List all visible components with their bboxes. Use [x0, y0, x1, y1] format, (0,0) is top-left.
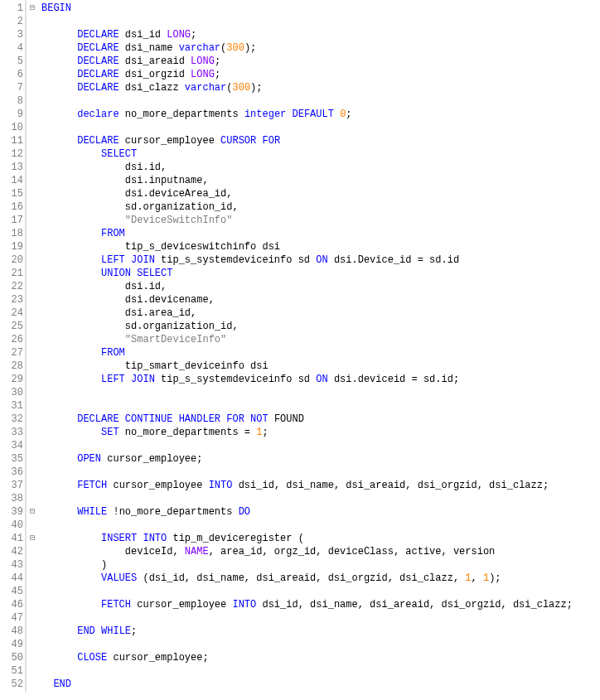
token-kw: VALUES	[101, 572, 137, 584]
token-kw: JOIN	[131, 254, 155, 266]
code-line: )	[41, 558, 573, 572]
line-number: 26	[5, 333, 23, 346]
fold-marker	[27, 214, 38, 227]
token-kw: declare	[77, 109, 119, 120]
line-number: 29	[5, 373, 23, 386]
token-id: dsi.Device_id = sd.id	[328, 254, 459, 266]
token-kw: DECLARE	[77, 29, 119, 41]
fold-marker	[27, 174, 38, 187]
token-id: cursor_employee;	[107, 652, 208, 664]
token-kw: LEFT	[101, 374, 125, 385]
fold-marker	[27, 373, 38, 386]
token-kw: DECLARE	[77, 135, 119, 147]
token-kw: SELECT	[137, 268, 172, 279]
fold-marker	[27, 320, 38, 333]
token-kw: DECLARE	[77, 82, 119, 94]
fold-marker	[27, 360, 38, 373]
token-kw: INTO	[232, 599, 256, 611]
token-id: cursor_employee;	[101, 453, 202, 465]
token-id: tip_smart_deviceinfo dsi	[125, 360, 269, 372]
line-number: 43	[5, 558, 23, 572]
code-line	[41, 519, 573, 532]
token-id: dsi.area_id,	[125, 307, 196, 319]
fold-marker	[27, 147, 38, 161]
line-number: 6	[5, 68, 23, 81]
token-kw: INTO	[143, 533, 167, 544]
token-id: dsi.deviceArea_id,	[125, 188, 233, 200]
line-number: 19	[5, 240, 23, 253]
fold-marker	[27, 227, 38, 240]
line-number: 39	[5, 505, 23, 519]
line-number-gutter: 1234567891011121314151617181920212223242…	[0, 0, 26, 693]
line-number: 48	[5, 625, 23, 638]
token-num: 1	[465, 572, 471, 584]
line-number: 20	[5, 253, 23, 267]
fold-marker	[27, 572, 38, 585]
fold-marker	[27, 399, 38, 413]
token-id: dsi_id, dsi_name, dsi_areaid, dsi_orgzid…	[256, 599, 573, 611]
token-kw: DECLARE	[77, 69, 119, 80]
line-number: 47	[5, 611, 23, 625]
line-number: 27	[5, 346, 23, 360]
token-id: no_more_departments =	[119, 427, 257, 438]
token-ty: LONG	[191, 56, 215, 67]
token-id: dsi_id, dsi_name, dsi_areaid, dsi_orgzid…	[232, 480, 549, 491]
token-id	[125, 374, 131, 385]
token-kw: CLOSE	[77, 652, 107, 664]
token-id: dsi.deviceid = sd.id;	[328, 374, 459, 385]
fold-marker	[27, 426, 38, 439]
token-kw: FOR	[226, 413, 244, 425]
code-line: UNION SELECT	[41, 267, 573, 280]
fold-marker[interactable]: ⊟	[27, 505, 38, 519]
fold-marker	[27, 187, 38, 200]
code-line	[41, 386, 573, 399]
line-number: 5	[5, 55, 23, 68]
token-kw: SET	[101, 427, 119, 438]
line-number: 41	[5, 532, 23, 545]
token-id: dsi_orgzid	[119, 69, 191, 80]
token-str: "DeviceSwitchInfo"	[125, 215, 233, 226]
fold-marker	[27, 439, 38, 452]
line-number: 1	[5, 2, 23, 15]
fold-marker	[27, 200, 38, 214]
line-number: 2	[5, 15, 23, 28]
token-kw: FETCH	[77, 480, 107, 491]
line-number: 33	[5, 426, 23, 439]
fold-marker	[27, 253, 38, 267]
token-id	[125, 254, 131, 266]
fold-marker	[27, 94, 38, 108]
fold-marker	[27, 333, 38, 346]
fold-marker[interactable]: ⊟	[27, 2, 38, 15]
token-id: sd.organization_id,	[125, 321, 239, 332]
fold-marker	[27, 28, 38, 41]
fold-marker	[27, 15, 38, 28]
token-id: tip_m_deviceregister (	[167, 533, 304, 544]
code-line: END	[41, 678, 573, 691]
token-id	[286, 109, 292, 120]
fold-marker	[27, 81, 38, 94]
fold-marker	[27, 161, 38, 174]
line-number: 52	[5, 678, 23, 691]
code-line: DECLARE dsi_clazz varchar(300);	[41, 81, 573, 94]
token-kw: DECLARE	[77, 56, 119, 67]
token-kw: ON	[316, 374, 327, 385]
token-id: tip_s_systemdeviceinfo sd	[155, 374, 316, 385]
fold-marker	[27, 492, 38, 505]
token-punc: ;	[262, 427, 268, 438]
token-kw: UNION	[101, 268, 131, 279]
token-punc: ;	[250, 42, 256, 54]
token-punc: ;	[215, 56, 220, 67]
token-ty: NAME	[185, 546, 209, 558]
fold-marker	[27, 611, 38, 625]
code-line	[41, 611, 573, 625]
line-number: 8	[5, 94, 23, 108]
line-number: 42	[5, 545, 23, 558]
code-line: LEFT JOIN tip_s_systemdeviceinfo sd ON d…	[41, 253, 573, 267]
token-id: cursor_employee	[131, 599, 232, 611]
token-id: tip_s_deviceswitchinfo dsi	[125, 241, 280, 253]
line-number: 3	[5, 28, 23, 41]
fold-marker[interactable]: ⊟	[27, 532, 38, 545]
line-number: 7	[5, 81, 23, 94]
line-number: 38	[5, 492, 23, 505]
code-line: "SmartDeviceInfo"	[41, 333, 573, 346]
